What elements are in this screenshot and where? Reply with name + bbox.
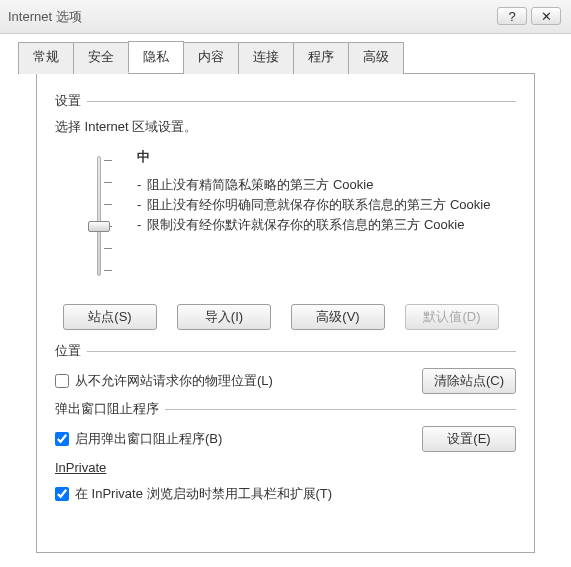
divider-icon (87, 351, 516, 352)
inprivate-heading: InPrivate (55, 460, 516, 475)
slider-tick-icon (104, 270, 112, 271)
bullet-text: 阻止没有经你明确同意就保存你的联系信息的第三方 Cookie (147, 196, 490, 214)
advanced-button[interactable]: 高级(V) (291, 304, 385, 330)
window-buttons: ? ✕ (497, 7, 561, 25)
settings-heading-label: 设置 (55, 92, 81, 110)
popup-settings-button[interactable]: 设置(E) (422, 426, 516, 452)
popup-heading-label: 弹出窗口阻止程序 (55, 400, 159, 418)
clear-sites-button[interactable]: 清除站点(C) (422, 368, 516, 394)
tab-connections[interactable]: 连接 (238, 42, 294, 74)
settings-desc: 选择 Internet 区域设置。 (55, 118, 516, 136)
title-bar: Internet 选项 ? ✕ (0, 0, 571, 34)
tab-content[interactable]: 内容 (183, 42, 239, 74)
privacy-bullet: -阻止没有经你明确同意就保存你的联系信息的第三方 Cookie (137, 196, 516, 214)
sites-button[interactable]: 站点(S) (63, 304, 157, 330)
default-button: 默认值(D) (405, 304, 499, 330)
inprivate-checkbox-row[interactable]: 在 InPrivate 浏览启动时禁用工具栏和扩展(T) (55, 485, 332, 503)
slider-track-icon (97, 156, 101, 276)
bullet-text: 阻止没有精简隐私策略的第三方 Cookie (147, 176, 373, 194)
slider-tick-icon (104, 204, 112, 205)
location-checkbox-label: 从不允许网站请求你的物理位置(L) (75, 372, 273, 390)
bullet-text: 限制没有经你默许就保存你的联系信息的第三方 Cookie (147, 216, 464, 234)
location-heading-label: 位置 (55, 342, 81, 360)
close-icon: ✕ (541, 9, 552, 24)
inprivate-checkbox-label: 在 InPrivate 浏览启动时禁用工具栏和扩展(T) (75, 485, 332, 503)
privacy-slider[interactable] (79, 146, 119, 286)
slider-tick-icon (104, 160, 112, 161)
slider-tick-icon (104, 182, 112, 183)
popup-checkbox[interactable] (55, 432, 69, 446)
tab-programs[interactable]: 程序 (293, 42, 349, 74)
settings-buttons: 站点(S) 导入(I) 高级(V) 默认值(D) (55, 304, 516, 330)
close-button[interactable]: ✕ (531, 7, 561, 25)
slider-info: 中 -阻止没有精简隐私策略的第三方 Cookie -阻止没有经你明确同意就保存你… (137, 146, 516, 236)
inprivate-checkbox[interactable] (55, 487, 69, 501)
location-checkbox[interactable] (55, 374, 69, 388)
privacy-level: 中 (137, 148, 516, 166)
popup-heading: 弹出窗口阻止程序 (55, 400, 516, 418)
divider-icon (87, 101, 516, 102)
slider-tick-icon (104, 248, 112, 249)
location-checkbox-row[interactable]: 从不允许网站请求你的物理位置(L) (55, 372, 273, 390)
tab-bar: 常规 安全 隐私 内容 连接 程序 高级 设置 选择 Internet 区域设置… (0, 34, 571, 553)
tab-panel-privacy: 设置 选择 Internet 区域设置。 中 -阻止没有精简隐私策略的第三方 C… (36, 73, 535, 553)
settings-heading: 设置 (55, 92, 516, 110)
tab-advanced[interactable]: 高级 (348, 42, 404, 74)
slider-thumb-icon[interactable] (88, 221, 110, 232)
import-button[interactable]: 导入(I) (177, 304, 271, 330)
tab-general[interactable]: 常规 (18, 42, 74, 74)
window-title: Internet 选项 (8, 8, 82, 26)
tab-privacy[interactable]: 隐私 (128, 41, 184, 73)
popup-checkbox-row[interactable]: 启用弹出窗口阻止程序(B) (55, 430, 222, 448)
location-heading: 位置 (55, 342, 516, 360)
privacy-bullet: -阻止没有精简隐私策略的第三方 Cookie (137, 176, 516, 194)
privacy-bullet: -限制没有经你默许就保存你的联系信息的第三方 Cookie (137, 216, 516, 234)
divider-icon (165, 409, 516, 410)
popup-checkbox-label: 启用弹出窗口阻止程序(B) (75, 430, 222, 448)
tab-security[interactable]: 安全 (73, 42, 129, 74)
question-icon: ? (508, 9, 515, 24)
help-button[interactable]: ? (497, 7, 527, 25)
